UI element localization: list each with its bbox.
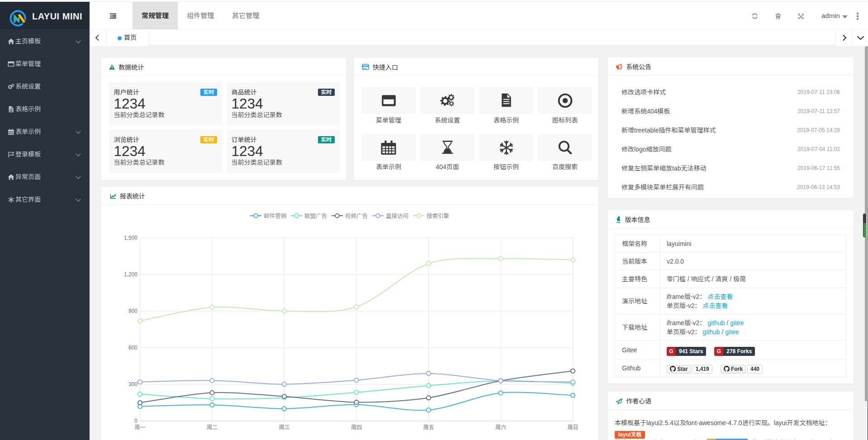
svg-text:搜索引擎: 搜索引擎 (427, 213, 449, 219)
svg-text:周五: 周五 (423, 424, 434, 431)
svg-text:周六: 周六 (495, 424, 506, 431)
svg-text:600: 600 (128, 345, 137, 351)
svg-text:0: 0 (134, 418, 138, 424)
svg-text:周三: 周三 (279, 424, 289, 431)
svg-text:1,200: 1,200 (123, 271, 137, 278)
svg-text:1,500: 1,500 (123, 235, 137, 241)
svg-text:周日: 周日 (567, 424, 578, 431)
svg-text:周四: 周四 (351, 424, 361, 431)
svg-text:周一: 周一 (134, 424, 145, 431)
svg-text:联盟广告: 联盟广告 (304, 213, 327, 219)
svg-text:周二: 周二 (206, 424, 217, 431)
svg-text:300: 300 (128, 381, 137, 388)
svg-text:900: 900 (128, 308, 137, 314)
svg-text:直接访问: 直接访问 (386, 213, 408, 219)
svg-text:视频广告: 视频广告 (345, 213, 368, 219)
svg-text:邮件营销: 邮件营销 (264, 213, 287, 219)
